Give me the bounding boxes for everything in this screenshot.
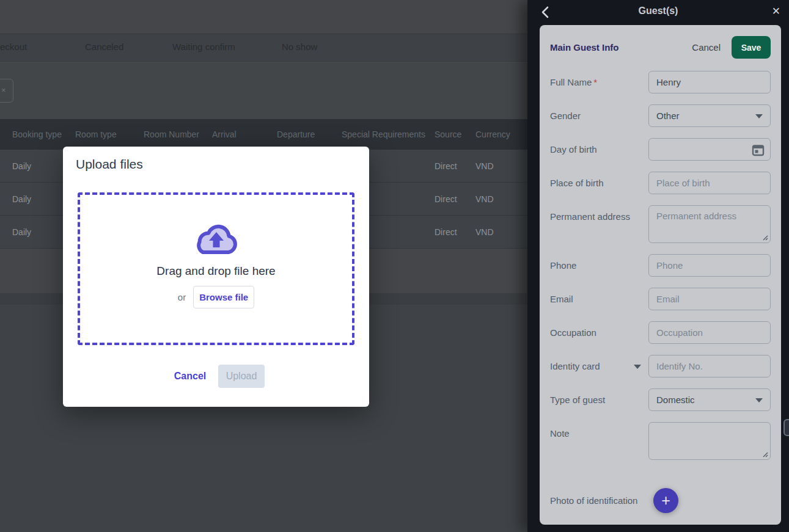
gender-select[interactable]: Other xyxy=(648,104,771,127)
photo-of-identification-label: Photo of identification xyxy=(550,488,648,513)
form-row-full-name: Full Name*Henry xyxy=(550,71,771,93)
resize-handle-icon[interactable] xyxy=(762,451,768,457)
chevron-down-icon xyxy=(634,365,641,369)
save-button[interactable]: Save xyxy=(732,36,771,59)
field-label-full-name: Full Name* xyxy=(550,71,648,93)
form-row-place-of-birth: Place of birthPlace of birth xyxy=(550,172,771,194)
column-header-departure: Departure xyxy=(277,129,342,139)
column-header-booking-type: Booking type xyxy=(12,129,75,139)
required-asterisk: * xyxy=(593,77,597,87)
modal-title: Upload files xyxy=(76,157,143,172)
field-placeholder: Email xyxy=(656,294,680,304)
field-label-day-of-birth: Day of birth xyxy=(550,138,648,161)
field-label-phone: Phone xyxy=(550,254,648,277)
email-input[interactable]: Email xyxy=(648,288,771,310)
column-header-arrival: Arrival xyxy=(212,129,277,139)
form-row-email: EmailEmail xyxy=(550,288,771,310)
field-label-occupation: Occupation xyxy=(550,321,648,344)
photo-row: Photo of identification + xyxy=(550,488,771,513)
drag-drop-text: Drag and drop file here xyxy=(80,264,352,278)
chevron-down-icon xyxy=(755,114,763,118)
phone-input[interactable]: Phone xyxy=(648,254,771,277)
plus-icon: + xyxy=(661,492,670,509)
field-placeholder: Phone xyxy=(656,260,683,271)
table-cell: Direct xyxy=(435,194,475,204)
table-cell: Direct xyxy=(435,227,475,237)
card-title: Main Guest Info xyxy=(550,42,692,53)
upload-button[interactable]: Upload xyxy=(218,365,265,388)
field-label-identity-card[interactable]: Identity card xyxy=(550,355,648,377)
permanent-address-input[interactable]: Permanent address xyxy=(648,205,771,243)
field-label-permanent-address: Permanent address xyxy=(550,205,648,243)
identity-card-input[interactable]: Identify No. xyxy=(648,355,771,377)
column-header-room-type: Room type xyxy=(75,129,144,139)
form-row-type-of-guest: Type of guestDomestic xyxy=(550,388,771,411)
field-label-email: Email xyxy=(550,288,648,310)
form-row-permanent-address: Permanent addressPermanent address xyxy=(550,205,771,243)
filter-chip[interactable]: × xyxy=(0,79,13,103)
resize-handle-icon[interactable] xyxy=(762,235,768,241)
form-row-phone: PhonePhone xyxy=(550,254,771,277)
file-dropzone[interactable]: Drag and drop file here or Browse file xyxy=(78,192,354,345)
screen: eckoutCanceledWaiting confirmNo show × B… xyxy=(0,0,789,532)
card-header: Main Guest Info Cancel Save xyxy=(550,25,771,59)
field-placeholder: Permanent address xyxy=(656,211,736,221)
calendar-icon[interactable] xyxy=(752,144,765,156)
browse-file-button[interactable]: Browse file xyxy=(193,286,254,308)
main-guest-card: Main Guest Info Cancel Save Full Name*He… xyxy=(540,25,781,525)
table-cell: Direct xyxy=(435,161,475,171)
field-placeholder: Place of birth xyxy=(656,178,710,188)
field-label-note: Note xyxy=(550,422,648,460)
guest-drawer: Guest(s) ✕ Main Guest Info Cancel Save F… xyxy=(527,0,789,532)
or-text: or xyxy=(178,292,186,302)
cloud-upload-icon xyxy=(194,222,239,256)
field-placeholder: Occupation xyxy=(656,327,703,338)
field-value: Domestic xyxy=(656,395,695,405)
upload-modal: Upload files Drag and drop file here or … xyxy=(63,147,369,407)
scrollbar-thumb[interactable] xyxy=(783,419,789,436)
column-header-room-number: Room Number xyxy=(144,129,212,139)
tab-waiting-confirm[interactable]: Waiting confirm xyxy=(172,42,235,52)
drawer-title: Guest(s) xyxy=(527,5,789,16)
form-row-note: Note xyxy=(550,422,771,460)
guest-form: Full Name*HenryGenderOtherDay of birthPl… xyxy=(550,71,771,460)
place-of-birth-input[interactable]: Place of birth xyxy=(648,172,771,194)
cancel-button[interactable]: Cancel xyxy=(692,42,721,53)
form-row-day-of-birth: Day of birth xyxy=(550,138,771,161)
field-placeholder: Identify No. xyxy=(656,361,703,371)
occupation-input[interactable]: Occupation xyxy=(648,321,771,344)
full-name-input[interactable]: Henry xyxy=(648,71,771,93)
field-label-gender: Gender xyxy=(550,104,648,127)
day-of-birth-input[interactable] xyxy=(648,138,771,161)
column-header-special-requirements: Special Requirements xyxy=(342,129,435,139)
field-label-type-of-guest: Type of guest xyxy=(550,388,648,411)
column-header-source: Source xyxy=(435,129,475,139)
add-photo-button[interactable]: + xyxy=(653,488,678,513)
tab-no-show[interactable]: No show xyxy=(282,42,317,52)
form-row-gender: GenderOther xyxy=(550,104,771,127)
tab-canceled[interactable]: Canceled xyxy=(85,42,123,52)
note-input[interactable] xyxy=(648,422,771,460)
field-label-place-of-birth: Place of birth xyxy=(550,172,648,194)
form-row-identity-card: Identity cardIdentify No. xyxy=(550,355,771,377)
close-icon[interactable]: × xyxy=(1,86,6,95)
type-of-guest-select[interactable]: Domestic xyxy=(648,388,771,411)
tab-eckout[interactable]: eckout xyxy=(0,42,27,52)
chevron-down-icon xyxy=(755,398,763,403)
field-value: Henry xyxy=(656,77,681,87)
form-row-occupation: OccupationOccupation xyxy=(550,321,771,344)
field-value: Other xyxy=(656,111,680,121)
modal-cancel-button[interactable]: Cancel xyxy=(172,371,208,382)
close-icon[interactable]: ✕ xyxy=(772,5,780,18)
drawer-header: Guest(s) ✕ xyxy=(527,0,789,25)
